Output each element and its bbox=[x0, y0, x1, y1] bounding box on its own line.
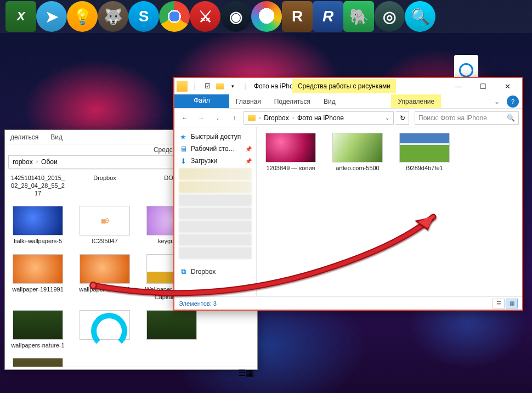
minimize-button[interactable]: — bbox=[446, 78, 471, 94]
file-item[interactable] bbox=[144, 310, 199, 350]
refresh-button[interactable]: ↻ bbox=[396, 111, 409, 125]
thumbnail bbox=[13, 310, 63, 340]
help-button[interactable]: ? bbox=[507, 96, 519, 108]
view-details-button[interactable]: ☰ bbox=[493, 299, 505, 308]
dock-revo[interactable]: R bbox=[282, 1, 313, 32]
file-item[interactable] bbox=[77, 310, 132, 350]
taskbar-dock: X ➤ 💡 🐺 S ⚔ ◉ R R 🐘 ◎ 🔍 bbox=[0, 0, 532, 33]
nav-forward[interactable]: → bbox=[194, 111, 208, 125]
file-item[interactable]: f9289d4b7fe1 bbox=[397, 133, 452, 172]
nav-recent[interactable]: ⌄ bbox=[211, 111, 225, 125]
ribbon-collapse[interactable]: ⌄ bbox=[490, 94, 503, 108]
desktop-icon: 🖥 bbox=[179, 144, 188, 153]
qat-props[interactable]: ☑ bbox=[202, 81, 213, 92]
sidebar-item-blurred[interactable] bbox=[179, 221, 252, 233]
sidebar-downloads[interactable]: ⬇Загрузки📌 bbox=[174, 155, 256, 167]
nav-back[interactable]: ← bbox=[178, 111, 192, 125]
sidebar-item-blurred[interactable] bbox=[179, 194, 252, 206]
picture-tools-tab[interactable]: Средства работы с рисунками bbox=[292, 79, 396, 93]
thumbnail bbox=[13, 254, 63, 284]
qat-divider: | bbox=[189, 81, 200, 92]
thumbnail bbox=[265, 133, 316, 162]
file-pane[interactable]: 1203849 — копия artleo.com-5500 f9289d4b… bbox=[257, 127, 522, 296]
tab-home[interactable]: Главная bbox=[229, 94, 268, 108]
thumbnail bbox=[13, 206, 63, 235]
nav-up[interactable]: ↑ bbox=[227, 111, 241, 125]
dock-chrome[interactable] bbox=[159, 1, 190, 32]
qat-dropdown[interactable]: ▾ bbox=[227, 81, 238, 92]
sidebar-item-blurred[interactable] bbox=[179, 234, 252, 246]
thumbnail bbox=[146, 310, 197, 340]
dock-red-app[interactable]: ⚔ bbox=[190, 1, 220, 32]
file-item[interactable]: 1425101410_2015_02_28_04_28_55_217 bbox=[10, 175, 65, 197]
search-icon: 🔍 bbox=[507, 114, 515, 122]
thumbnail bbox=[80, 254, 130, 284]
dock-search[interactable]: 🔍 bbox=[405, 1, 435, 32]
file-item[interactable]: ▦9IC295047 bbox=[77, 206, 132, 245]
nav-sidebar[interactable]: ★Быстрый доступ 🖥Рабочий сто…📌 ⬇Загрузки… bbox=[174, 127, 257, 296]
file-item[interactable]: artleo.com-5500 bbox=[330, 133, 385, 172]
dropbox-icon: ⧉ bbox=[179, 267, 188, 276]
sidebar-desktop[interactable]: 🖥Рабочий сто…📌 bbox=[174, 143, 256, 155]
star-icon: ★ bbox=[179, 132, 188, 141]
titlebar[interactable]: | ☑ ▾ | Фото на iPhone Средства работы с… bbox=[174, 78, 522, 94]
tab-file[interactable]: Файл bbox=[174, 94, 229, 108]
view-details[interactable]: ☰ bbox=[238, 368, 246, 378]
sidebar-item-blurred[interactable] bbox=[179, 247, 252, 259]
dock-revo-blue[interactable]: R bbox=[313, 1, 343, 32]
ribbon: Файл Главная Поделиться Вид Управление ⌄… bbox=[174, 94, 522, 109]
search-box[interactable]: Поиск: Фото на iPhone 🔍 bbox=[415, 111, 519, 125]
file-item[interactable]: wallpaper-1911991 bbox=[77, 254, 132, 301]
file-item[interactable]: fialki-wallpapers-5 bbox=[10, 206, 65, 245]
download-icon: ⬇ bbox=[179, 156, 188, 165]
dock-evernote[interactable]: 🐘 bbox=[343, 1, 374, 32]
tab-share[interactable]: делиться bbox=[10, 133, 38, 141]
statusbar-back: ☰▦ bbox=[5, 367, 257, 379]
sidebar-quick-access[interactable]: ★Быстрый доступ bbox=[174, 131, 256, 143]
folder-icon bbox=[248, 115, 256, 121]
file-item[interactable]: wallpapers-nature-1 bbox=[10, 310, 65, 350]
explorer-window-iphone-photos[interactable]: | ☑ ▾ | Фото на iPhone Средства работы с… bbox=[173, 77, 523, 311]
sidebar-item-blurred[interactable] bbox=[179, 207, 252, 220]
dock-bulb[interactable]: 💡 bbox=[67, 1, 98, 32]
thumbnail bbox=[399, 133, 450, 162]
address-bar[interactable]: › Dropbox › Фото на iPhone ⌄ bbox=[244, 111, 394, 125]
view-icons-button[interactable]: ▦ bbox=[506, 299, 518, 308]
dock-excel[interactable]: X bbox=[5, 1, 36, 32]
item-count: Элементов: 3 bbox=[179, 300, 217, 307]
maximize-button[interactable]: ☐ bbox=[471, 78, 495, 94]
tab-manage[interactable]: Управление bbox=[391, 94, 441, 108]
close-button[interactable]: ✕ bbox=[495, 78, 520, 94]
navbar: ← → ⌄ ↑ › Dropbox › Фото на iPhone ⌄ ↻ П… bbox=[174, 109, 522, 127]
dock-gimp[interactable]: 🐺 bbox=[98, 1, 128, 32]
tab-view[interactable]: Вид bbox=[317, 94, 342, 108]
file-item[interactable]: wallpaper-1911991 bbox=[10, 254, 65, 301]
statusbar: Элементов: 3 ☰ ▦ bbox=[174, 296, 522, 310]
thumbnail bbox=[332, 133, 383, 162]
file-item[interactable] bbox=[10, 358, 65, 367]
view-icons[interactable]: ▦ bbox=[246, 368, 254, 378]
dock-steam[interactable]: ◉ bbox=[220, 1, 251, 32]
sidebar-item-blurred[interactable] bbox=[179, 181, 252, 193]
pin-icon: 📌 bbox=[245, 146, 252, 152]
sidebar-item-blurred[interactable] bbox=[179, 168, 252, 180]
dock-paint[interactable] bbox=[251, 1, 282, 32]
file-item[interactable]: 1203849 — копия bbox=[263, 133, 318, 172]
pin-icon: 📌 bbox=[245, 158, 252, 164]
sidebar-dropbox[interactable]: ⧉Dropbox bbox=[174, 266, 256, 278]
thumbnail: ▦9 bbox=[80, 206, 130, 235]
breadcrumb-seg[interactable]: Dropbox bbox=[262, 114, 291, 122]
dock-skype[interactable]: S bbox=[128, 1, 159, 32]
address-dropdown[interactable]: ⌄ bbox=[383, 115, 392, 121]
file-item[interactable]: Dropbox bbox=[77, 175, 132, 197]
qat-new[interactable] bbox=[214, 81, 225, 92]
tab-share[interactable]: Поделиться bbox=[268, 94, 317, 108]
dock-telegram[interactable]: ➤ bbox=[36, 1, 67, 32]
folder-icon bbox=[177, 81, 188, 92]
breadcrumb-seg[interactable]: Фото на iPhone bbox=[295, 114, 346, 122]
dock-lens[interactable]: ◎ bbox=[374, 1, 405, 32]
thumbnail bbox=[80, 310, 130, 340]
tab-view[interactable]: Вид bbox=[50, 133, 63, 141]
thumbnail bbox=[13, 358, 63, 367]
